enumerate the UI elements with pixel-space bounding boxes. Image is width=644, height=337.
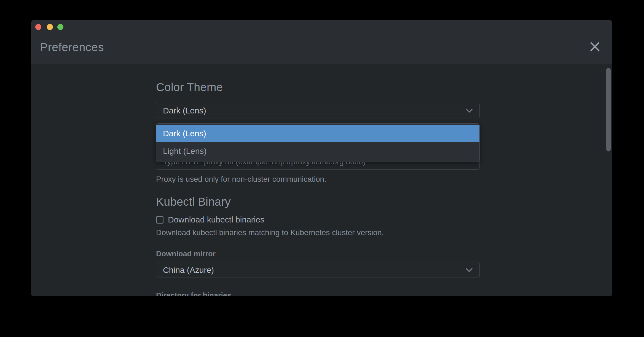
color-theme-select-value: Dark (Lens) (163, 106, 206, 115)
titlebar: Preferences (31, 20, 612, 64)
traffic-light-close-button[interactable] (35, 24, 41, 30)
kubectl-binary-heading: Kubectl Binary (156, 195, 231, 208)
download-kubectl-checkbox[interactable] (156, 216, 163, 224)
download-kubectl-checkbox-row[interactable]: Download kubectl binaries (156, 215, 264, 224)
color-theme-heading: Color Theme (156, 81, 223, 94)
kubectl-description: Download kubectl binaries matching to Ku… (156, 228, 384, 237)
chevron-down-icon (466, 267, 473, 273)
directory-for-binaries-label: Directory for binaries (156, 291, 231, 296)
download-mirror-select[interactable]: China (Azure) (156, 262, 480, 278)
dropdown-option-light-lens[interactable]: Light (Lens) (156, 142, 479, 160)
chevron-down-icon (466, 108, 473, 114)
page-title: Preferences (40, 41, 104, 54)
preferences-content: Color Theme Dark (Lens) Dark (Lens) Ligh… (31, 64, 612, 296)
traffic-light-zoom-button[interactable] (57, 24, 63, 30)
close-button[interactable] (588, 41, 602, 54)
download-mirror-select-value: China (Azure) (163, 265, 214, 275)
download-mirror-label: Download mirror (156, 250, 216, 258)
download-kubectl-checkbox-label: Download kubectl binaries (168, 215, 264, 224)
scrollbar-thumb[interactable] (606, 68, 611, 151)
proxy-description: Proxy is used only for non-cluster commu… (156, 175, 326, 184)
traffic-light-minimize-button[interactable] (47, 24, 53, 30)
close-icon (590, 42, 600, 53)
preferences-window: Preferences Color Theme Dark (Lens) Dark… (31, 20, 612, 296)
dropdown-option-dark-lens[interactable]: Dark (Lens) (156, 125, 479, 142)
color-theme-dropdown-menu: Dark (Lens) Light (Lens) (156, 123, 480, 162)
color-theme-select[interactable]: Dark (Lens) (156, 103, 480, 118)
